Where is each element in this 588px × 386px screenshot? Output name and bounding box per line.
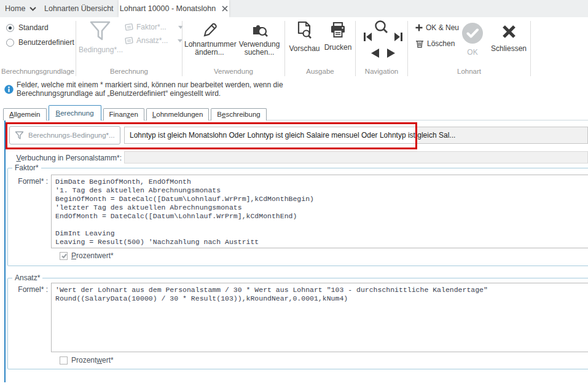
tab-label-part: Finan [109, 111, 127, 118]
first-record-icon[interactable] [363, 32, 372, 42]
berechnungs-bedingung-button[interactable]: Berechnungs-Bedingung*... [9, 126, 120, 144]
faktor-groupbox: Faktor* Formel* : DimDate BeginOfMonth, … [7, 168, 588, 266]
radio-standard-control[interactable] [6, 24, 14, 32]
tab-active-label: Lohnart 10000 - Monatslohn [120, 4, 216, 13]
record-search-icon[interactable] [373, 20, 389, 36]
tab-label-part: schreibung [225, 111, 260, 118]
drucken-button[interactable]: Drucken [322, 21, 354, 52]
ribbon: Standard Benutzerdefiniert Berechnungsgr… [0, 17, 588, 79]
drucken-label: Drucken [322, 43, 354, 52]
document-tab-bar: Home Lohnarten Übersicht Lohnart 10000 -… [0, 0, 588, 17]
faktor-formel-label: Formel* : [13, 177, 48, 186]
tab-lohnarten-uebersicht[interactable]: Lohnarten Übersicht [44, 0, 114, 17]
previous-record-icon[interactable] [369, 48, 380, 58]
tab-label-part: llgemein [14, 111, 41, 118]
tab-allgemein[interactable]: Allgemein [3, 108, 47, 120]
tab-home[interactable]: Home [5, 0, 36, 17]
faktor-prozentwert-label: Prozentwert* [71, 251, 114, 260]
verwendung-suchen-button[interactable]: Verwendung suchen... [237, 21, 281, 57]
chevron-down-icon [29, 7, 36, 11]
faktor-prozentwert-checkbox-row[interactable]: Prozentwert* [60, 251, 114, 260]
close-x-icon [502, 25, 516, 39]
tab-lohnart-active[interactable]: Lohnart 10000 - Monatslohn [119, 0, 229, 17]
vorschau-button[interactable]: Vorschau [288, 21, 321, 53]
pencil-icon [201, 21, 218, 38]
printer-icon [329, 21, 347, 39]
ansatz-groupbox-title: Ansatz* [12, 274, 42, 282]
formula-sheet-icon [125, 36, 133, 45]
verbuchung-value-field[interactable] [124, 151, 588, 163]
check-circle-icon [461, 22, 484, 44]
info-text-line1: Felder, welche mit einem * markiert sind… [17, 81, 283, 89]
berechnungs-bedingung-label: Berechnungs-Bedingung*... [28, 132, 115, 139]
ansatz-formula-textarea[interactable]: 'Wert der Lohnart aus dem Personalstamm … [51, 283, 588, 352]
bedingung-button[interactable]: Bedingung*... [79, 21, 122, 54]
radio-standard[interactable]: Standard [6, 23, 49, 32]
group-caption-berechnung: Berechnung [76, 68, 182, 76]
radio-benutzerdefiniert-label: Benutzerdefiniert [18, 38, 74, 47]
label-part: V [17, 154, 21, 162]
tab-finanzen[interactable]: Finanzen [103, 108, 144, 120]
plus-icon [415, 24, 423, 31]
next-record-icon[interactable] [386, 48, 397, 58]
tab-overview-label: Lohnarten Übersicht [44, 4, 114, 13]
faktor-groupbox-title: Faktor* [12, 163, 41, 172]
loeschen-button[interactable]: Löschen [415, 39, 455, 48]
faktor-menu-label: Faktor*... [136, 23, 167, 31]
label-line: ändern... [184, 49, 235, 57]
lohnartnummer-aendern-button[interactable]: Lohnartnummer ändern... [184, 21, 235, 57]
tab-beschreibung[interactable]: Beschreibung [211, 108, 266, 120]
label-part: Prozent [71, 356, 96, 364]
last-record-icon[interactable] [394, 32, 403, 42]
radio-benutzerdefiniert[interactable]: Benutzerdefiniert [6, 38, 74, 47]
group-caption-berechnungsgrundlage: Berechnungsgrundlage [0, 68, 76, 76]
tab-label-part: ohnmeldungen [156, 111, 203, 118]
label-line: suchen... [237, 49, 281, 57]
ribbon-separator [530, 21, 531, 76]
ansatz-prozentwert-checkbox[interactable] [60, 356, 68, 364]
info-icon [4, 85, 14, 94]
puzzle-search-icon [251, 21, 268, 38]
faktor-prozentwert-checkbox[interactable] [60, 252, 68, 260]
ok-button[interactable]: OK [461, 22, 484, 57]
tab-home-label: Home [5, 4, 25, 13]
info-text-line2: Berechnungsgrundlage auf „Benutzerdefini… [17, 89, 221, 98]
radio-benutzerdefiniert-control[interactable] [6, 39, 14, 47]
ansatz-menu-button[interactable]: Ansatz*... [125, 36, 182, 45]
group-caption-ausgabe: Ausgabe [285, 68, 355, 76]
loeschen-label: Löschen [427, 39, 455, 48]
funnel-icon [89, 21, 111, 41]
lohnartnummer-aendern-label: Lohnartnummer ändern... [184, 41, 235, 57]
label-part: rozentwert* [76, 251, 114, 260]
verwendung-suchen-label: Verwendung suchen... [237, 41, 281, 57]
formula-sheet-icon [125, 23, 133, 31]
group-caption-navigation: Navigation [356, 68, 407, 76]
ok-neu-label: OK & Neu [426, 23, 459, 32]
tab-label-part: en [130, 111, 138, 118]
schliessen-button[interactable]: Schliessen [491, 25, 527, 53]
panel-left-border [4, 120, 6, 382]
tab-label-part: B [217, 111, 222, 118]
ansatz-menu-label: Ansatz*... [136, 36, 168, 45]
label-part: w [96, 356, 102, 364]
group-caption-verwendung: Verwendung [182, 68, 284, 76]
faktor-formula-textarea[interactable]: DimDate BeginOfMonth, EndOfMonth '1. Tag… [51, 175, 588, 248]
verbuchung-label: Verbuchung in Personalstamm*: [12, 154, 122, 162]
ansatz-formel-label: Formel* : [13, 285, 48, 294]
ansatz-prozentwert-checkbox-row[interactable]: Prozentwert* [60, 356, 114, 364]
ansatz-prozentwert-label: Prozentwert* [71, 356, 114, 364]
tab-close-icon[interactable] [222, 6, 228, 12]
trash-icon [415, 39, 424, 48]
group-caption-lohnart: Lohnart [408, 68, 530, 76]
ok-neu-button[interactable]: OK & Neu [415, 23, 459, 32]
radio-standard-label: Standard [18, 23, 49, 32]
tab-berechnung[interactable]: Berechnung [49, 105, 101, 120]
tab-lohnmeldungen[interactable]: Lohnmeldungen [146, 108, 210, 120]
tab-label-part: erechnung [60, 109, 93, 117]
bedingung-value-field[interactable]: Lohntyp ist gleich Monatslohn Oder Lohnt… [124, 127, 588, 144]
tab-label-part: A [9, 111, 14, 118]
bedingung-button-label: Bedingung*... [79, 45, 122, 54]
faktor-menu-button[interactable]: Faktor*... [125, 23, 183, 31]
label-part: P [71, 251, 76, 260]
funnel-icon [15, 131, 24, 140]
